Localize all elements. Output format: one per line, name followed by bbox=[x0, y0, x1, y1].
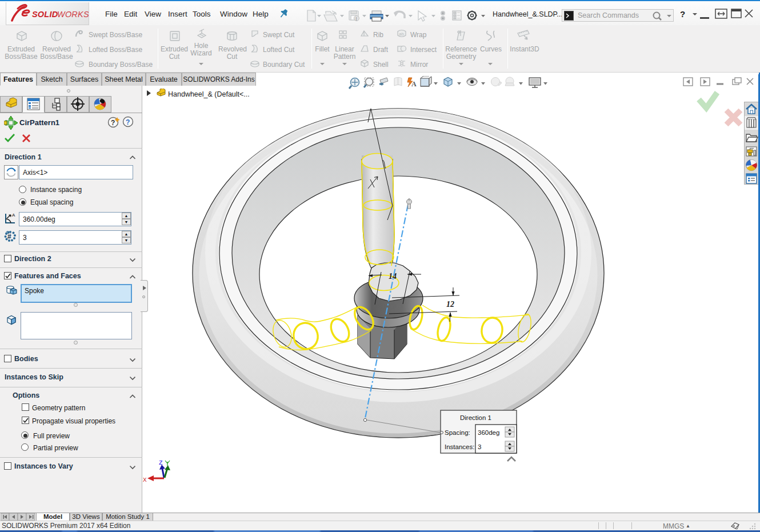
svg-text:?: ? bbox=[126, 118, 130, 126]
svg-text:!: ! bbox=[355, 16, 357, 22]
svg-text:A: A bbox=[411, 80, 417, 88]
svg-text:12: 12 bbox=[446, 300, 454, 309]
svg-text:A: A bbox=[12, 213, 15, 218]
svg-text:Instances:: Instances: bbox=[445, 443, 474, 450]
svg-text:Z: Z bbox=[159, 459, 163, 466]
svg-text:WORKS: WORKS bbox=[57, 10, 89, 19]
svg-text:Spacing:: Spacing: bbox=[445, 429, 470, 436]
svg-text:SOLID: SOLID bbox=[32, 10, 58, 19]
svg-text:?: ? bbox=[111, 119, 115, 127]
svg-text:ab: ab bbox=[399, 31, 404, 37]
svg-text:X: X bbox=[143, 477, 147, 483]
svg-text:360deg: 360deg bbox=[478, 429, 499, 436]
svg-text:Direction 1: Direction 1 bbox=[460, 414, 491, 421]
svg-text:3: 3 bbox=[478, 443, 481, 450]
